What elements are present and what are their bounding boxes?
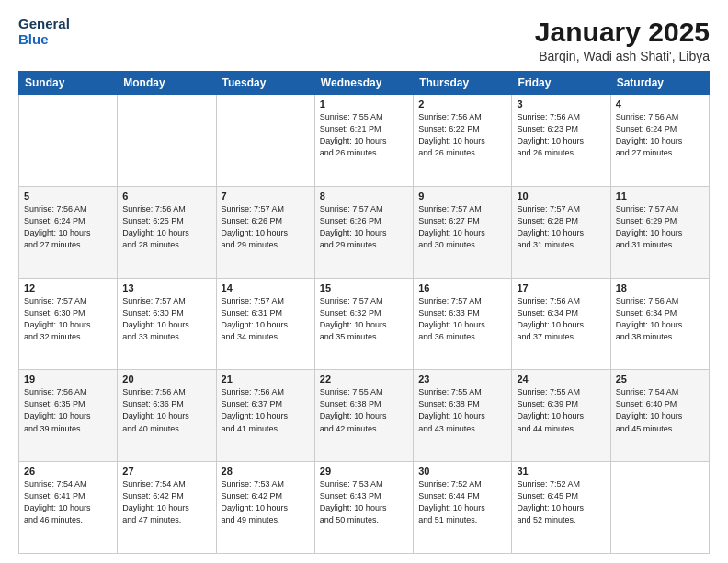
day-number: 19 xyxy=(24,373,112,385)
day-info: Sunrise: 7:55 AM Sunset: 6:39 PM Dayligh… xyxy=(517,386,605,434)
day-info: Sunrise: 7:56 AM Sunset: 6:24 PM Dayligh… xyxy=(24,203,112,251)
day-info: Sunrise: 7:57 AM Sunset: 6:30 PM Dayligh… xyxy=(122,295,210,343)
day-number: 23 xyxy=(418,373,506,385)
day-number: 5 xyxy=(24,190,112,201)
cell-w1-d5: 3Sunrise: 7:56 AM Sunset: 6:23 PM Daylig… xyxy=(512,95,610,187)
day-number: 20 xyxy=(122,373,210,385)
day-number: 7 xyxy=(222,190,310,201)
cell-w2-d6: 11Sunrise: 7:57 AM Sunset: 6:29 PM Dayli… xyxy=(610,186,709,278)
cell-w3-d1: 13Sunrise: 7:57 AM Sunset: 6:30 PM Dayli… xyxy=(118,278,216,370)
day-info: Sunrise: 7:55 AM Sunset: 6:21 PM Dayligh… xyxy=(320,111,408,159)
day-info: Sunrise: 7:57 AM Sunset: 6:32 PM Dayligh… xyxy=(320,295,408,343)
cell-w4-d0: 19Sunrise: 7:56 AM Sunset: 6:35 PM Dayli… xyxy=(19,370,118,462)
cell-w4-d6: 25Sunrise: 7:54 AM Sunset: 6:40 PM Dayli… xyxy=(610,370,709,462)
cell-w4-d1: 20Sunrise: 7:56 AM Sunset: 6:36 PM Dayli… xyxy=(118,370,216,462)
day-number: 1 xyxy=(320,98,408,109)
page: General Blue January 2025 Barqin, Wadi a… xyxy=(0,0,728,563)
week-row-1: 1Sunrise: 7:55 AM Sunset: 6:21 PM Daylig… xyxy=(19,95,710,187)
day-number: 31 xyxy=(517,465,605,477)
day-number: 21 xyxy=(222,373,310,385)
cell-w5-d5: 31Sunrise: 7:52 AM Sunset: 6:45 PM Dayli… xyxy=(512,462,610,554)
week-row-4: 19Sunrise: 7:56 AM Sunset: 6:35 PM Dayli… xyxy=(19,370,710,462)
cell-w5-d6 xyxy=(610,462,709,554)
header-thursday: Thursday xyxy=(414,72,512,95)
header-friday: Friday xyxy=(512,72,610,95)
day-number: 26 xyxy=(24,465,112,477)
header-sunday: Sunday xyxy=(19,72,118,95)
day-info: Sunrise: 7:56 AM Sunset: 6:37 PM Dayligh… xyxy=(222,386,310,434)
cell-w5-d4: 30Sunrise: 7:52 AM Sunset: 6:44 PM Dayli… xyxy=(414,462,512,554)
cell-w3-d4: 16Sunrise: 7:57 AM Sunset: 6:33 PM Dayli… xyxy=(414,278,512,370)
calendar-table: Sunday Monday Tuesday Wednesday Thursday… xyxy=(18,71,710,554)
day-info: Sunrise: 7:57 AM Sunset: 6:29 PM Dayligh… xyxy=(616,203,704,251)
week-row-5: 26Sunrise: 7:54 AM Sunset: 6:41 PM Dayli… xyxy=(19,462,710,554)
cell-w2-d3: 8Sunrise: 7:57 AM Sunset: 6:26 PM Daylig… xyxy=(314,186,413,278)
cell-w1-d3: 1Sunrise: 7:55 AM Sunset: 6:21 PM Daylig… xyxy=(314,95,413,187)
day-info: Sunrise: 7:53 AM Sunset: 6:43 PM Dayligh… xyxy=(320,478,408,526)
cell-w4-d5: 24Sunrise: 7:55 AM Sunset: 6:39 PM Dayli… xyxy=(512,370,610,462)
day-info: Sunrise: 7:56 AM Sunset: 6:25 PM Dayligh… xyxy=(122,203,210,251)
logo-general-text: General xyxy=(18,17,70,32)
day-info: Sunrise: 7:57 AM Sunset: 6:30 PM Dayligh… xyxy=(24,295,112,343)
day-number: 8 xyxy=(320,190,408,201)
day-number: 13 xyxy=(122,282,210,293)
cell-w2-d4: 9Sunrise: 7:57 AM Sunset: 6:27 PM Daylig… xyxy=(414,186,512,278)
day-info: Sunrise: 7:52 AM Sunset: 6:45 PM Dayligh… xyxy=(517,478,605,526)
day-info: Sunrise: 7:56 AM Sunset: 6:23 PM Dayligh… xyxy=(517,111,605,159)
cell-w2-d1: 6Sunrise: 7:56 AM Sunset: 6:25 PM Daylig… xyxy=(118,186,216,278)
cell-w3-d2: 14Sunrise: 7:57 AM Sunset: 6:31 PM Dayli… xyxy=(216,278,314,370)
weekday-header-row: Sunday Monday Tuesday Wednesday Thursday… xyxy=(19,72,710,95)
day-info: Sunrise: 7:57 AM Sunset: 6:31 PM Dayligh… xyxy=(222,295,310,343)
day-number: 18 xyxy=(616,282,704,293)
day-number: 29 xyxy=(320,465,408,477)
header: General Blue January 2025 Barqin, Wadi a… xyxy=(18,17,710,63)
day-info: Sunrise: 7:52 AM Sunset: 6:44 PM Dayligh… xyxy=(418,478,506,526)
cell-w5-d0: 26Sunrise: 7:54 AM Sunset: 6:41 PM Dayli… xyxy=(19,462,118,554)
header-monday: Monday xyxy=(118,72,216,95)
cell-w4-d2: 21Sunrise: 7:56 AM Sunset: 6:37 PM Dayli… xyxy=(216,370,314,462)
day-info: Sunrise: 7:55 AM Sunset: 6:38 PM Dayligh… xyxy=(418,386,506,434)
cell-w5-d2: 28Sunrise: 7:53 AM Sunset: 6:42 PM Dayli… xyxy=(216,462,314,554)
day-info: Sunrise: 7:56 AM Sunset: 6:34 PM Dayligh… xyxy=(517,295,605,343)
logo: General Blue xyxy=(18,17,70,47)
day-number: 30 xyxy=(418,465,506,477)
cell-w3-d3: 15Sunrise: 7:57 AM Sunset: 6:32 PM Dayli… xyxy=(314,278,413,370)
day-info: Sunrise: 7:56 AM Sunset: 6:36 PM Dayligh… xyxy=(122,386,210,434)
day-number: 25 xyxy=(616,373,704,385)
day-info: Sunrise: 7:57 AM Sunset: 6:27 PM Dayligh… xyxy=(418,203,506,251)
cell-w1-d1 xyxy=(118,95,216,187)
cell-w2-d2: 7Sunrise: 7:57 AM Sunset: 6:26 PM Daylig… xyxy=(216,186,314,278)
day-number: 16 xyxy=(418,282,506,293)
day-info: Sunrise: 7:56 AM Sunset: 6:22 PM Dayligh… xyxy=(418,111,506,159)
day-number: 4 xyxy=(616,98,704,109)
day-info: Sunrise: 7:53 AM Sunset: 6:42 PM Dayligh… xyxy=(222,478,310,526)
day-info: Sunrise: 7:57 AM Sunset: 6:26 PM Dayligh… xyxy=(320,203,408,251)
day-info: Sunrise: 7:54 AM Sunset: 6:40 PM Dayligh… xyxy=(616,386,704,434)
day-number: 6 xyxy=(122,190,210,201)
cell-w1-d0 xyxy=(19,95,118,187)
day-number: 10 xyxy=(517,190,605,201)
day-number: 24 xyxy=(517,373,605,385)
logo-blue-text: Blue xyxy=(18,32,70,48)
week-row-3: 12Sunrise: 7:57 AM Sunset: 6:30 PM Dayli… xyxy=(19,278,710,370)
title-block: January 2025 Barqin, Wadi ash Shati', Li… xyxy=(535,17,710,63)
day-info: Sunrise: 7:56 AM Sunset: 6:34 PM Dayligh… xyxy=(616,295,704,343)
cell-w1-d2 xyxy=(216,95,314,187)
header-saturday: Saturday xyxy=(610,72,709,95)
day-number: 14 xyxy=(222,282,310,293)
header-wednesday: Wednesday xyxy=(314,72,413,95)
day-number: 9 xyxy=(418,190,506,201)
cell-w4-d4: 23Sunrise: 7:55 AM Sunset: 6:38 PM Dayli… xyxy=(414,370,512,462)
day-number: 12 xyxy=(24,282,112,293)
day-number: 15 xyxy=(320,282,408,293)
header-tuesday: Tuesday xyxy=(216,72,314,95)
week-row-2: 5Sunrise: 7:56 AM Sunset: 6:24 PM Daylig… xyxy=(19,186,710,278)
cell-w5-d3: 29Sunrise: 7:53 AM Sunset: 6:43 PM Dayli… xyxy=(314,462,413,554)
cell-w2-d5: 10Sunrise: 7:57 AM Sunset: 6:28 PM Dayli… xyxy=(512,186,610,278)
day-info: Sunrise: 7:55 AM Sunset: 6:38 PM Dayligh… xyxy=(320,386,408,434)
day-info: Sunrise: 7:56 AM Sunset: 6:35 PM Dayligh… xyxy=(24,386,112,434)
day-number: 22 xyxy=(320,373,408,385)
cell-w3-d5: 17Sunrise: 7:56 AM Sunset: 6:34 PM Dayli… xyxy=(512,278,610,370)
day-info: Sunrise: 7:54 AM Sunset: 6:41 PM Dayligh… xyxy=(24,478,112,526)
day-info: Sunrise: 7:56 AM Sunset: 6:24 PM Dayligh… xyxy=(616,111,704,159)
